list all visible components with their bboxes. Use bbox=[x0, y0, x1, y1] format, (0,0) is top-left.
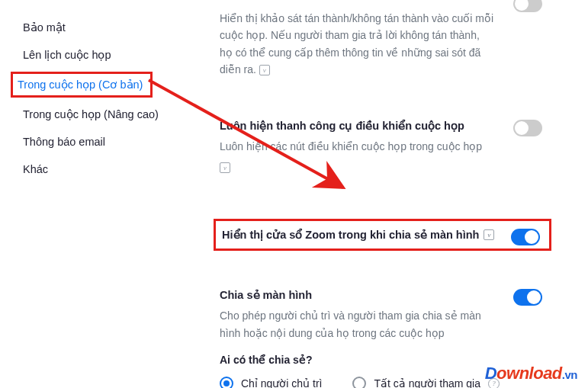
setting-title-text: Chia sẻ màn hình bbox=[220, 289, 312, 301]
toggle-survey[interactable] bbox=[513, 0, 542, 12]
who-can-share-label: Ai có thể chia sẻ? bbox=[220, 354, 542, 366]
radio-label: Tất cả người tham gia bbox=[374, 377, 480, 388]
setting-screenshare: Chia sẻ màn hình Cho phép người chủ trì … bbox=[220, 274, 542, 388]
settings-sidebar: Bảo mật Lên lịch cuộc họp Trong cuộc họp… bbox=[0, 0, 206, 388]
radio-host-only[interactable]: Chỉ người chủ trì bbox=[220, 377, 322, 388]
radio-all-participants[interactable]: Tất cả người tham gia ? bbox=[352, 377, 500, 388]
sidebar-item-schedule[interactable]: Lên lịch cuộc họp bbox=[23, 41, 206, 69]
setting-desc-text: Luôn hiện các nút điều khiển cuộc họp tr… bbox=[220, 140, 482, 152]
sidebar-item-inmeeting-advanced[interactable]: Trong cuộc họp (Nâng cao) bbox=[23, 101, 206, 128]
radio-icon bbox=[220, 377, 233, 388]
sidebar-item-security[interactable]: Bảo mật bbox=[23, 14, 206, 41]
setting-toolbar: Luôn hiện thanh công cụ điều khiển cuộc … bbox=[220, 117, 542, 189]
sidebar-item-other[interactable]: Khác bbox=[23, 156, 206, 183]
sidebar-item-label: Trong cuộc họp (Cơ bản) bbox=[18, 79, 143, 91]
info-icon[interactable]: v bbox=[220, 162, 230, 173]
radio-icon bbox=[352, 377, 366, 388]
settings-main: Hiển thị khảo sát tán thành/không tán th… bbox=[206, 0, 588, 388]
toggle-toolbar[interactable] bbox=[513, 120, 542, 136]
setting-title-text: Luôn hiện thanh công cụ điều khiển cuộc … bbox=[220, 120, 464, 132]
radio-label: Chỉ người chủ trì bbox=[241, 377, 322, 388]
setting-desc-text: Cho phép người chủ trì và người tham gia… bbox=[220, 307, 494, 342]
sidebar-item-inmeeting-basic[interactable]: Trong cuộc họp (Cơ bản) bbox=[23, 69, 206, 101]
highlight-box-main: Hiển thị cửa sổ Zoom trong khi chia sẻ m… bbox=[214, 219, 551, 251]
sidebar-item-email[interactable]: Thông báo email bbox=[23, 128, 206, 156]
info-icon[interactable]: v bbox=[259, 65, 270, 75]
setting-survey: Hiển thị khảo sát tán thành/không tán th… bbox=[220, 0, 542, 94]
info-icon[interactable]: v bbox=[484, 229, 494, 240]
toggle-show-zoom[interactable] bbox=[511, 229, 540, 245]
toggle-screenshare[interactable] bbox=[513, 289, 542, 306]
setting-title-text: Hiển thị cửa sổ Zoom trong khi chia sẻ m… bbox=[222, 229, 479, 241]
highlight-box-sidebar: Trong cuộc họp (Cơ bản) bbox=[11, 72, 153, 98]
help-icon[interactable]: ? bbox=[488, 378, 500, 388]
